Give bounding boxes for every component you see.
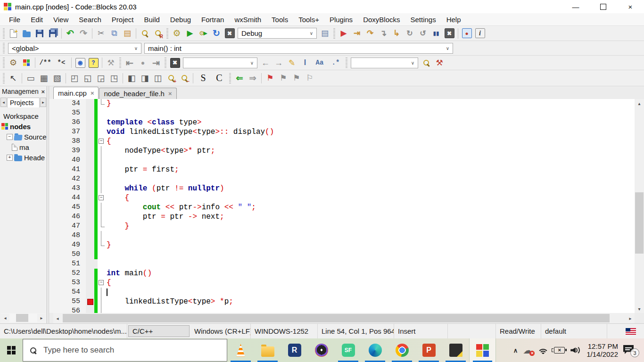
- menu-search[interactable]: Search: [74, 13, 107, 25]
- debugging-windows-button[interactable]: ●: [461, 27, 473, 40]
- close-tab-icon[interactable]: ×: [168, 90, 172, 97]
- menu-view[interactable]: View: [48, 13, 74, 25]
- incsearch-combo[interactable]: ∨: [183, 58, 257, 68]
- breakpoint-margin[interactable]: [86, 184, 94, 193]
- start-button[interactable]: [0, 338, 23, 362]
- notification-center[interactable]: 3: [623, 344, 639, 356]
- fold-margin[interactable]: [98, 297, 105, 306]
- taskbar-app-vlc[interactable]: [227, 338, 254, 362]
- paste-button[interactable]: ▤: [121, 27, 133, 40]
- break-debugger-button[interactable]: ▮▮: [430, 27, 442, 40]
- taskbar-app-sf-app[interactable]: SF: [335, 338, 362, 362]
- editor-tab-node-header-file-h[interactable]: node_header_file.h×: [99, 88, 176, 99]
- breakpoint-margin[interactable]: [86, 127, 94, 137]
- panel-tab-scroll-right[interactable]: ▸: [40, 98, 46, 107]
- tree-item-source[interactable]: −Source: [0, 132, 47, 142]
- scroll-right-icon[interactable]: ▸: [37, 314, 46, 322]
- breakpoint-margin[interactable]: [86, 288, 94, 297]
- breakpoint-margin[interactable]: [86, 174, 94, 184]
- breakpoint-margin[interactable]: [86, 297, 94, 306]
- next-bookmark-button[interactable]: ⚑: [290, 72, 303, 84]
- incsearch-highlight-button[interactable]: ✎: [286, 57, 298, 69]
- breakpoint-margin[interactable]: [86, 259, 94, 269]
- doxy-config-button[interactable]: ⚒: [105, 57, 117, 69]
- wx-flex-sizer-button[interactable]: ▧: [51, 72, 63, 84]
- breakpoint-margin[interactable]: [86, 231, 94, 240]
- fold-margin[interactable]: [98, 108, 105, 118]
- wx-expand-vertical-button[interactable]: ◨: [139, 72, 151, 84]
- show-hidden-icons-chevron[interactable]: ∧: [513, 347, 518, 354]
- jump-forward-button[interactable]: ⇥: [150, 57, 162, 69]
- fold-margin[interactable]: [98, 99, 105, 108]
- keyboard-language-indicator[interactable]: [618, 324, 644, 338]
- build-target-combo[interactable]: Debug∨: [238, 28, 317, 39]
- fold-margin[interactable]: [98, 118, 105, 127]
- menu-tools[interactable]: Tools: [266, 13, 293, 25]
- search-input[interactable]: [42, 345, 220, 355]
- breakpoint-margin[interactable]: [86, 118, 94, 127]
- menu-settings[interactable]: Settings: [405, 13, 441, 25]
- open-file-button[interactable]: [20, 27, 33, 40]
- breakpoint-margin[interactable]: [86, 156, 94, 165]
- clock[interactable]: 12:57 PM 1/14/2022: [586, 342, 618, 358]
- incsearch-clear-button[interactable]: ✖: [169, 57, 181, 69]
- search-options-button[interactable]: ⚒: [433, 57, 446, 69]
- wx-align-left-bottom-button[interactable]: ◱: [82, 72, 94, 84]
- fold-margin[interactable]: [98, 174, 105, 184]
- breakpoint-margin[interactable]: [86, 306, 94, 313]
- incsearch-prev-button[interactable]: ←: [259, 57, 272, 69]
- fold-margin[interactable]: [98, 240, 105, 250]
- breakpoint-margin[interactable]: [86, 250, 94, 259]
- stop-debugger-button[interactable]: ✖: [443, 27, 455, 40]
- copy-button[interactable]: ⧉: [108, 27, 120, 40]
- fold-margin[interactable]: [98, 127, 105, 137]
- editor-vertical-scrollbar[interactable]: ▴ ▾: [635, 99, 644, 313]
- taskbar-app-r-app[interactable]: R: [281, 338, 308, 362]
- taskbar-app-powerpoint[interactable]: P: [415, 338, 442, 362]
- breakpoint-marker[interactable]: [87, 299, 93, 305]
- taskbar-app-notes-app[interactable]: [442, 338, 469, 362]
- editor-tab-main-cpp[interactable]: main.cpp×: [53, 87, 99, 99]
- taskbar-search[interactable]: [23, 339, 227, 362]
- editor-horizontal-scrollbar[interactable]: ◂ ▸: [53, 313, 635, 323]
- nav-forward-button[interactable]: ⇒: [247, 72, 259, 84]
- tab-projects[interactable]: Projects: [7, 98, 40, 107]
- fold-collapse-icon[interactable]: −: [99, 139, 104, 144]
- run-to-cursor-button[interactable]: ⇥: [351, 27, 363, 40]
- wx-align-left-top-button[interactable]: ◰: [68, 72, 81, 84]
- undo-button[interactable]: ↶: [64, 27, 76, 40]
- tree-item-heade[interactable]: +Heade: [0, 152, 47, 163]
- fold-margin[interactable]: [98, 288, 105, 297]
- wifi-icon[interactable]: [537, 346, 549, 354]
- save-all-files-button[interactable]: [47, 27, 59, 40]
- scrollbar-thumb[interactable]: [63, 314, 610, 322]
- fold-margin[interactable]: [98, 156, 105, 165]
- onedrive-error-icon[interactable]: ☁✕: [523, 346, 532, 355]
- close-button[interactable]: ×: [617, 0, 644, 13]
- fold-margin[interactable]: [98, 269, 105, 278]
- breakpoint-margin[interactable]: [86, 165, 94, 174]
- breakpoint-margin[interactable]: [86, 146, 94, 156]
- wx-expand-horizontal-button[interactable]: ◧: [125, 72, 138, 84]
- breakpoint-margin[interactable]: [86, 99, 94, 108]
- tree-item-workspace[interactable]: Workspace: [0, 111, 47, 121]
- breakpoint-margin[interactable]: [86, 240, 94, 250]
- taskbar-app-codeblocks[interactable]: [469, 338, 496, 362]
- fold-margin[interactable]: [98, 165, 105, 174]
- fold-margin[interactable]: [98, 203, 105, 212]
- scroll-down-icon[interactable]: ▾: [635, 304, 644, 313]
- menu-wxsmith[interactable]: wxSmith: [229, 13, 266, 25]
- menu-fortran[interactable]: Fortran: [196, 13, 229, 25]
- fold-margin[interactable]: −: [98, 193, 105, 203]
- breakpoint-margin[interactable]: [86, 212, 94, 222]
- incsearch-next-button[interactable]: →: [272, 57, 285, 69]
- build-options-button[interactable]: ▤: [319, 27, 331, 40]
- close-panel-icon[interactable]: ×: [41, 88, 45, 95]
- fold-margin[interactable]: [98, 212, 105, 222]
- jump-marker-button[interactable]: ●: [137, 57, 149, 69]
- fold-collapse-icon[interactable]: −: [99, 195, 104, 200]
- menu-debug[interactable]: Debug: [165, 13, 196, 25]
- wx-source-view-button[interactable]: S: [196, 72, 211, 84]
- scroll-left-icon[interactable]: ◂: [53, 313, 62, 323]
- wx-pointer-button[interactable]: ↖: [7, 72, 19, 84]
